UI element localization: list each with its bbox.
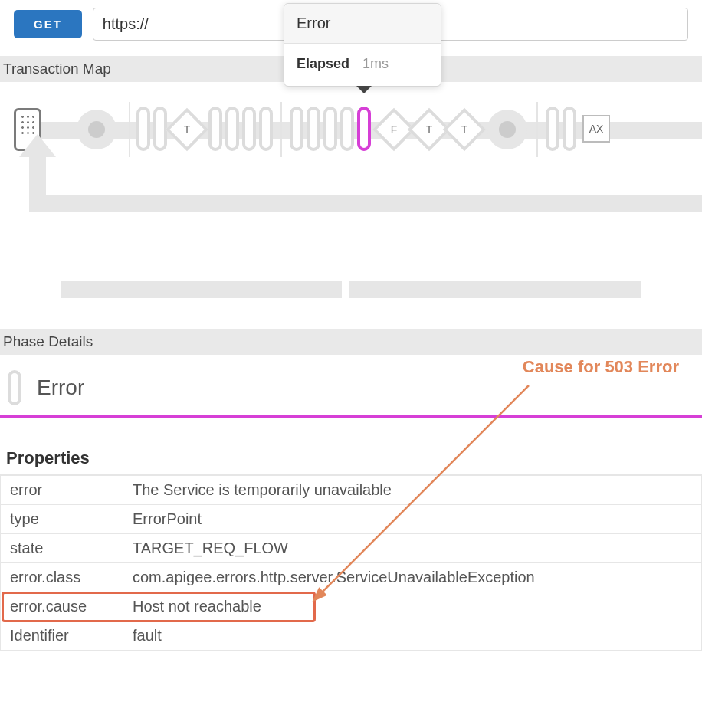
transaction-map: T F T T AX [0,82,702,258]
condition-step[interactable]: T [443,108,487,152]
property-key: error.cause [1,592,123,621]
property-row: errorThe Service is temporarily unavaila… [1,476,702,505]
policy-step[interactable] [136,107,150,151]
property-key: error.class [1,563,123,592]
error-step[interactable] [357,107,371,151]
scroll-track[interactable] [349,281,641,298]
section-header-phase-details: Phase Details [0,329,702,355]
property-value: The Service is temporarily unavailable [123,476,702,505]
policy-step[interactable] [563,107,576,151]
response-flow-arrow [14,151,702,251]
popover-elapsed-label: Elapsed [297,56,349,71]
property-row: stateTARGET_REQ_FLOW [1,534,702,563]
properties-heading: Properties [0,418,702,475]
property-row: Identifierfault [1,621,702,651]
property-key: type [1,505,123,534]
properties-table: errorThe Service is temporarily unavaila… [0,475,702,651]
phase-title: Error [37,375,84,400]
property-value: com.apigee.errors.http.server.ServiceUna… [123,563,702,592]
policy-step[interactable] [546,107,559,151]
phase-title-row: Error Cause for 503 Error [0,355,702,418]
error-popover: Error Elapsed 1ms [284,3,441,87]
group-divider [280,102,282,157]
policy-step[interactable] [242,107,256,151]
popover-title: Error [284,4,441,44]
annotation-label: Cause for 503 Error [523,357,679,377]
property-key: state [1,534,123,563]
scroll-track[interactable] [61,281,342,298]
flow-endpoint-circle[interactable] [487,110,527,149]
property-row: error.causeHost not reachable [1,592,702,621]
property-value: Host not reachable [123,592,702,621]
property-key: Identifier [1,621,123,651]
popover-body: Elapsed 1ms [284,44,441,86]
arrow-up-icon [19,134,56,157]
property-row: error.classcom.apigee.errors.http.server… [1,563,702,592]
policy-step[interactable] [225,107,239,151]
policy-step[interactable] [290,107,303,151]
flow-endpoint-circle[interactable] [77,110,116,149]
policy-step[interactable] [259,107,273,151]
popover-arrow-icon [356,86,372,93]
policy-step[interactable] [208,107,222,151]
property-value: TARGET_REQ_FLOW [123,534,702,563]
group-divider [129,102,130,157]
property-value: fault [123,621,702,651]
policy-step[interactable] [307,107,320,151]
property-value: ErrorPoint [123,505,702,534]
property-key: error [1,476,123,505]
popover-elapsed-value: 1ms [362,56,389,71]
http-method-button[interactable]: GET [14,10,82,38]
condition-step[interactable]: T [166,108,209,152]
policy-step[interactable] [323,107,337,151]
group-divider [536,102,538,157]
policy-step[interactable] [340,107,354,151]
target-step[interactable]: AX [582,115,610,143]
property-row: typeErrorPoint [1,505,702,534]
phase-pill-icon [8,370,21,405]
scroll-bars [0,281,702,298]
top-bar: GET Error Elapsed 1ms [0,0,702,48]
